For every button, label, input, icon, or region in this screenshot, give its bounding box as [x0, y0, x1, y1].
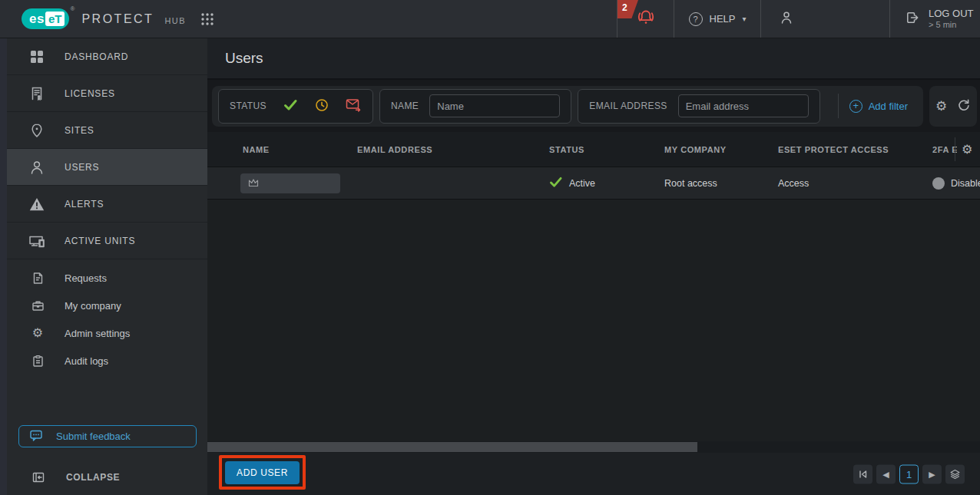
page-header: Users	[207, 38, 980, 80]
current-page-indicator[interactable]: 1	[899, 464, 919, 483]
sidebar-item-label: My company	[65, 300, 121, 312]
sidebar-item-dashboard[interactable]: DASHBOARD	[7, 38, 207, 75]
product-suffix: HUB	[164, 13, 186, 25]
table-empty-area	[207, 200, 980, 441]
redacted-user-name	[240, 173, 340, 193]
main-content: Users STATUS	[207, 38, 980, 495]
status-invited-filter-icon[interactable]	[346, 98, 362, 114]
sidebar-item-audit-logs[interactable]: Audit logs	[7, 347, 207, 375]
eset-logo-et: eT	[45, 12, 65, 26]
pagination: ◀ 1 ▶	[853, 464, 965, 483]
page-size-layers-button[interactable]	[945, 464, 965, 483]
sidebar-item-alerts[interactable]: ALERTS	[7, 186, 207, 223]
briefcase-icon	[31, 299, 45, 312]
horizontal-scrollbar[interactable]	[207, 441, 980, 453]
name-filter-input[interactable]	[429, 94, 560, 117]
email-filter-label: EMAIL ADDRESS	[589, 101, 667, 111]
plus-circle-icon: +	[849, 100, 862, 113]
sidebar-item-users[interactable]: USERS	[7, 149, 207, 186]
sidebar-item-label: Requests	[65, 272, 107, 284]
first-page-button[interactable]	[853, 464, 872, 483]
crown-icon	[247, 177, 260, 190]
column-header-status[interactable]: STATUS	[549, 132, 584, 167]
protect-access-cell: Access	[778, 167, 809, 199]
help-menu[interactable]: ? HELP ▾	[674, 0, 760, 38]
status-filter: STATUS	[218, 89, 373, 124]
sidebar-item-requests[interactable]: Requests	[7, 264, 207, 292]
collapse-label: COLLAPSE	[66, 472, 120, 483]
location-pin-icon	[28, 122, 46, 139]
gear-icon: ⚙	[31, 327, 45, 339]
logout-icon	[904, 9, 921, 28]
refresh-icon[interactable]	[957, 98, 971, 114]
sidebar-item-label: DASHBOARD	[65, 51, 128, 62]
licenses-icon	[28, 85, 46, 102]
column-header-protect-access[interactable]: ESET PROTECT ACCESS	[778, 132, 889, 167]
name-filter-label: NAME	[391, 101, 419, 111]
sidebar-item-licenses[interactable]: LICENSES	[7, 75, 207, 112]
product-name: PROTECT	[81, 12, 154, 26]
sidebar-nav: DASHBOARD LICENSES SITES	[0, 38, 207, 495]
users-table-header: NAME EMAIL ADDRESS STATUS MY COMPANY ESE…	[207, 132, 980, 167]
next-page-button[interactable]: ▶	[922, 464, 942, 483]
requests-icon	[31, 272, 45, 285]
brand-logo[interactable]: es eT ® PROTECT HUB	[22, 8, 186, 29]
status-pending-filter-icon[interactable]	[315, 98, 329, 114]
red-annotation-rectangle: ADD USER	[219, 455, 306, 490]
filter-tools: ⚙	[929, 86, 977, 127]
filter-settings-gear-icon[interactable]: ⚙	[935, 100, 947, 113]
filter-bar: STATUS	[207, 80, 980, 132]
account-menu[interactable]	[760, 0, 889, 38]
header-divider	[955, 137, 955, 161]
email-filter-input[interactable]	[678, 94, 809, 117]
table-footer: ADD USER ◀ 1 ▶	[207, 453, 980, 495]
column-header-2fa[interactable]: 2FA E	[932, 132, 957, 167]
column-header-my-company[interactable]: MY COMPANY	[664, 132, 727, 167]
sidebar-item-admin-settings[interactable]: ⚙ Admin settings	[7, 319, 207, 347]
logout-label: LOG OUT	[929, 8, 974, 20]
column-header-name[interactable]: NAME	[243, 132, 270, 167]
session-timeout-label: > 5 min	[929, 20, 974, 31]
help-label: HELP	[710, 13, 736, 25]
sidebar-item-my-company[interactable]: My company	[7, 292, 207, 319]
registered-mark: ®	[71, 5, 75, 12]
sidebar-item-label: ALERTS	[65, 199, 104, 210]
sidebar-item-label: Audit logs	[65, 355, 108, 367]
notifications-button[interactable]: 2	[617, 0, 674, 38]
eset-logo-es: es	[29, 12, 45, 27]
status-active-filter-icon[interactable]	[283, 99, 298, 114]
apps-grid-icon[interactable]	[200, 12, 215, 27]
logout-button[interactable]: LOG OUT > 5 min	[889, 0, 980, 38]
column-header-email[interactable]: EMAIL ADDRESS	[357, 132, 432, 167]
eset-protect-hub-app: es eT ® PROTECT HUB 2	[0, 0, 980, 495]
sidebar-item-label: Admin settings	[65, 328, 130, 339]
table-row[interactable]: Active Root access Access Disabled	[207, 167, 980, 200]
submit-feedback-label: Submit feedback	[56, 431, 131, 442]
dashboard-icon	[28, 48, 46, 65]
alert-triangle-icon	[28, 196, 46, 213]
collapse-icon	[29, 470, 48, 484]
twofa-value: Disabled	[951, 178, 980, 189]
column-settings-gear-icon[interactable]: ⚙	[962, 132, 972, 167]
chevron-down-icon: ▾	[742, 15, 746, 23]
help-icon: ?	[689, 12, 703, 26]
sidebar-item-label: ACTIVE UNITS	[65, 236, 135, 246]
eset-logo: es eT ®	[22, 8, 69, 29]
sidebar-secondary-group: Requests My company ⚙ Admin settings	[7, 264, 207, 375]
add-filter-label: Add filter	[869, 101, 908, 112]
sidebar-item-sites[interactable]: SITES	[7, 112, 207, 149]
add-filter-button[interactable]: + Add filter	[845, 100, 912, 113]
sidebar-item-label: SITES	[65, 125, 94, 136]
status-cell: Active	[549, 167, 595, 199]
email-filter: EMAIL ADDRESS	[578, 89, 819, 124]
devices-icon	[28, 233, 46, 249]
add-user-button[interactable]: ADD USER	[225, 461, 300, 484]
topbar-actions: 2 ? HELP ▾	[617, 0, 980, 38]
submit-feedback-button[interactable]: Submit feedback	[18, 425, 197, 447]
previous-page-button[interactable]: ◀	[876, 464, 896, 483]
collapse-sidebar-button[interactable]: COLLAPSE	[7, 467, 207, 487]
sidebar-item-active-units[interactable]: ACTIVE UNITS	[7, 223, 207, 259]
scrollbar-thumb[interactable]	[207, 442, 697, 452]
active-check-icon	[549, 177, 563, 190]
twofa-cell: Disabled	[932, 167, 980, 199]
